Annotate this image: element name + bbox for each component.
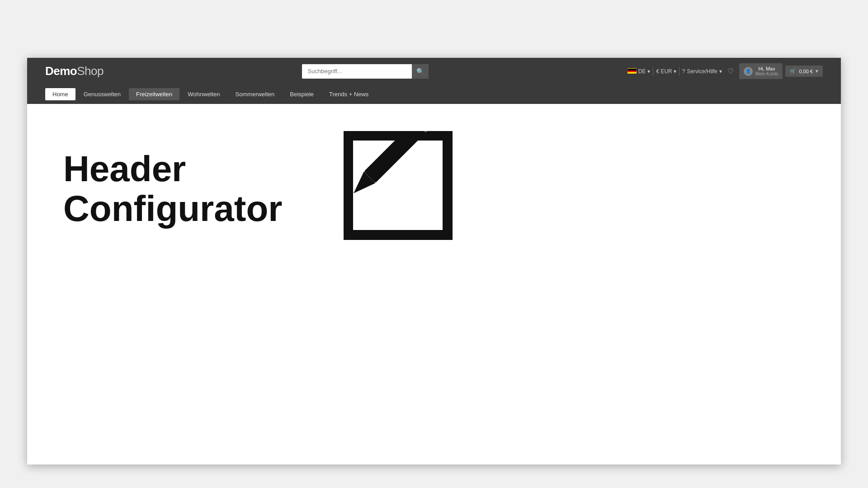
nav-item-beispiele[interactable]: Beispiele bbox=[283, 88, 321, 100]
account-sub: Mein Konto bbox=[755, 71, 778, 76]
logo-shop: Shop bbox=[77, 64, 104, 78]
user-avatar: 👤 bbox=[744, 67, 753, 76]
logo[interactable]: DemoShop bbox=[45, 64, 104, 78]
nav-bar: Home Genusswelten Freizeitwelten Wohnwel… bbox=[45, 84, 823, 104]
main-content: Header Configurator bbox=[27, 104, 841, 443]
hero-title-line2: Configurator bbox=[63, 189, 282, 229]
nav-item-home[interactable]: Home bbox=[45, 88, 75, 100]
account-greeting: Hi, Max bbox=[755, 66, 778, 71]
language-label: DE bbox=[638, 68, 646, 75]
navbar: DemoShop 🔍 DE ▾ bbox=[27, 58, 841, 104]
service-chevron-icon: ▾ bbox=[719, 68, 722, 75]
flag-de-icon bbox=[627, 68, 637, 74]
edit-configurator-icon bbox=[344, 131, 484, 271]
shop-frame: DemoShop 🔍 DE ▾ bbox=[27, 58, 841, 465]
logo-demo: Demo bbox=[45, 64, 77, 78]
nav-item-trends-news[interactable]: Trends + News bbox=[322, 88, 376, 100]
divider2 bbox=[679, 67, 679, 76]
currency-label: € EUR bbox=[656, 68, 672, 75]
navbar-top: DemoShop 🔍 DE ▾ bbox=[45, 58, 823, 84]
question-icon: ? bbox=[682, 68, 685, 75]
cart-amount: 0,00 € bbox=[799, 69, 813, 74]
nav-item-sommerwelten[interactable]: Sommerwelten bbox=[228, 88, 282, 100]
divider bbox=[653, 67, 653, 76]
wishlist-button[interactable]: ♡ bbox=[725, 64, 736, 78]
language-selector[interactable]: DE ▾ bbox=[627, 68, 651, 75]
user-icon: 👤 bbox=[745, 69, 751, 74]
account-text: Hi, Max Mein Konto bbox=[755, 66, 778, 76]
service-label: Service/Hilfe bbox=[687, 68, 717, 75]
heart-icon: ♡ bbox=[727, 67, 734, 75]
account-button[interactable]: 👤 Hi, Max Mein Konto bbox=[739, 63, 783, 79]
nav-item-genusswelten[interactable]: Genusswelten bbox=[76, 88, 128, 100]
hero-text: Header Configurator bbox=[63, 149, 282, 229]
cart-chevron-icon: ▾ bbox=[816, 68, 818, 74]
top-right-controls: DE ▾ € EUR ▾ ? Service/Hilfe ▾ bbox=[627, 63, 823, 79]
currency-chevron-icon: ▾ bbox=[674, 68, 676, 75]
search-icon: 🔍 bbox=[416, 68, 424, 75]
cart-button[interactable]: 🛒 0,00 € ▾ bbox=[785, 66, 823, 77]
page-wrapper: DemoShop 🔍 DE ▾ bbox=[0, 0, 868, 488]
currency-selector[interactable]: € EUR ▾ bbox=[656, 68, 676, 75]
search-input[interactable] bbox=[302, 64, 412, 78]
search-button[interactable]: 🔍 bbox=[412, 64, 429, 79]
cart-icon: 🛒 bbox=[790, 68, 796, 74]
hero-title-line1: Header bbox=[63, 149, 282, 189]
language-chevron-icon: ▾ bbox=[647, 68, 650, 75]
nav-item-wohnwelten[interactable]: Wohnwelten bbox=[180, 88, 227, 100]
nav-item-freizeitwelten[interactable]: Freizeitwelten bbox=[129, 88, 179, 100]
edit-icon-wrapper bbox=[344, 131, 484, 273]
service-button[interactable]: ? Service/Hilfe ▾ bbox=[682, 68, 722, 75]
search-bar: 🔍 bbox=[302, 64, 429, 79]
